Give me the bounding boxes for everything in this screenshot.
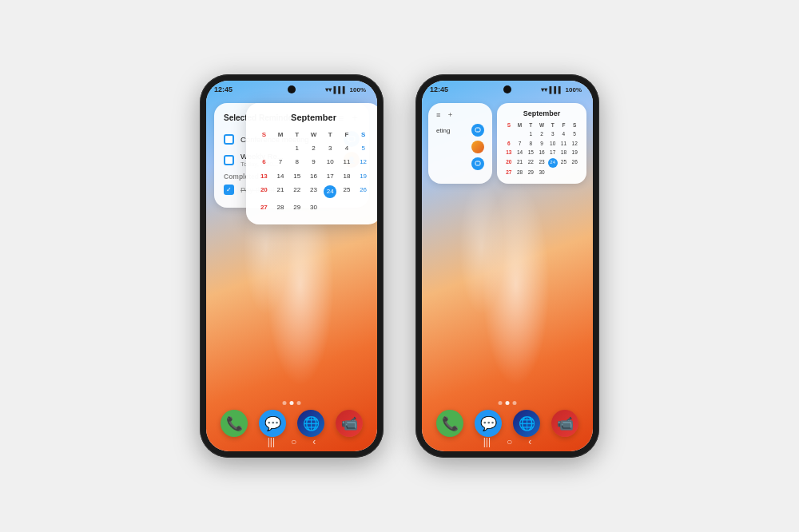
cal-week-4: 20 21 22 23 24 25 26 [256,184,372,200]
cal-s-week-2: 6 7 8 9 10 11 12 [503,140,580,148]
checkbox-completed-1[interactable]: ✓ [224,185,234,195]
cal-w5-6 [339,201,356,213]
checkbox-1[interactable] [224,134,234,145]
wifi-icon: ▾▾ [325,86,332,93]
compact-avatar-2 [471,141,484,153]
dot-1 [283,401,287,405]
signal-icon-r: ▌▌▌ [550,86,563,93]
dock-msg-right[interactable]: 💬 [475,410,502,437]
cal-w3-4[interactable]: 16 [305,170,322,182]
cal-week-2: 6 7 8 9 10 11 12 [256,156,372,168]
cal-w2-6[interactable]: 11 [339,156,356,168]
dock-video-right[interactable]: 📹 [551,410,578,437]
cal-w2-7[interactable]: 12 [355,156,372,168]
right-phone: 12:45 ▾▾ ▌▌▌ 100% ≡ ＋ eting [415,74,599,458]
calendar-grid: S M T W T F S 1 2 3 4 5 [256,129,372,213]
calendar-widget-right: September S M T W T F S 1 2 3 [497,103,586,184]
cal-w4-3[interactable]: 22 [288,184,305,200]
cal-w1-3[interactable]: 1 [288,142,305,154]
cal-w2-5[interactable]: 10 [322,156,339,168]
cal-w3-1[interactable]: 13 [256,170,272,182]
dot-2 [290,401,294,405]
compact-badge-1[interactable] [471,124,484,137]
nav-back-right[interactable]: ‹ [528,436,531,447]
r-dot-3 [513,401,517,405]
battery-icon-r: 100% [566,86,582,93]
svg-rect-1 [475,128,480,132]
nav-home-right[interactable]: ○ [507,436,512,447]
dock-browser-right[interactable]: 🌐 [513,410,540,437]
cal-s-week-5: 27 28 29 30 [503,169,580,177]
nav-home-left[interactable]: ○ [291,436,296,447]
cal-w5-7 [355,201,372,213]
calendar-month: September [256,113,372,122]
cal-header-wed: W [305,129,322,141]
cal-w5-5 [322,201,339,213]
battery-icon: 100% [350,86,366,93]
checkbox-2[interactable] [224,155,234,165]
compact-header-icons: ≡ ＋ [436,109,454,120]
cal-w2-3[interactable]: 8 [288,156,305,168]
compact-reminder-widget: ≡ ＋ eting [428,103,492,184]
cal-w4-6[interactable]: 25 [339,184,356,200]
dock-browser-left[interactable]: 🌐 [297,410,324,437]
cal-header-tue: T [288,129,305,141]
cal-header-mon: M [272,129,289,141]
cal-w3-3[interactable]: 15 [288,170,305,182]
cal-w1-1 [256,142,272,154]
dock-left: 📞 💬 🌐 📹 [221,410,363,437]
time-right: 12:45 [430,85,448,93]
cal-small-header: S M T W T F S [503,121,580,129]
nav-recent-left[interactable]: ||| [268,436,275,447]
right-widgets: ≡ ＋ eting [428,103,586,184]
cal-s-week-1: 1 2 3 4 5 [503,130,580,138]
cal-header-fri: F [339,129,356,141]
dock-msg-left[interactable]: 💬 [259,410,286,437]
cal-w5-2[interactable]: 28 [272,201,289,213]
dock-video-left[interactable]: 📹 [336,410,363,437]
cal-today[interactable]: 24 [322,184,339,200]
cal-w2-4[interactable]: 9 [305,156,322,168]
nav-bar-left: ||| ○ ‹ [268,436,316,447]
camera-hole-left [288,85,296,93]
cal-w4-4[interactable]: 23 [305,184,322,200]
cal-w3-7[interactable]: 19 [355,170,372,182]
cal-w3-2[interactable]: 14 [272,170,289,182]
compact-add-icon[interactable]: ＋ [447,109,454,120]
cal-w4-7[interactable]: 26 [355,184,372,200]
cal-w3-5[interactable]: 17 [322,170,339,182]
cal-w2-1[interactable]: 6 [256,156,272,168]
camera-hole-right [503,85,511,93]
nav-recent-right[interactable]: ||| [483,436,491,447]
wifi-icon-r: ▾▾ [541,86,547,93]
cal-header-sat: S [355,129,372,141]
dock-phone-right[interactable]: 📞 [436,410,463,437]
cal-w5-1[interactable]: 27 [256,201,272,213]
compact-text-1: eting [436,127,467,134]
left-phone: 12:45 ▾▾ ▌▌▌ 100% Selected Reminders ≡ ＋ [200,74,384,458]
cal-w5-4[interactable]: 30 [305,201,322,213]
status-icons-right: ▾▾ ▌▌▌ 100% [541,86,582,93]
compact-list-icon[interactable]: ≡ [436,111,440,119]
cal-w1-7[interactable]: 5 [355,142,372,154]
cal-w1-4[interactable]: 2 [305,142,322,154]
cal-s-week-3: 13 14 15 16 17 18 19 [503,149,580,157]
nav-back-left[interactable]: ‹ [312,436,316,447]
nav-bar-right: ||| ○ ‹ [483,436,532,447]
dock-phone-left[interactable]: 📞 [221,410,248,437]
cal-w2-2[interactable]: 7 [272,156,289,168]
cal-w1-6[interactable]: 4 [339,142,356,154]
cal-widget-month: September [503,109,580,117]
cal-w1-2 [272,142,289,154]
cal-header-row: S M T W T F S [256,129,372,141]
cal-header-sun: S [256,129,272,141]
r-dot-2 [506,401,510,405]
cal-header-thu: T [322,129,339,141]
cal-w5-3[interactable]: 29 [288,201,305,213]
cal-w4-1[interactable]: 20 [256,184,272,200]
cal-w3-6[interactable]: 18 [339,170,356,182]
cal-w4-2[interactable]: 21 [272,184,289,200]
time-left: 12:45 [214,85,233,93]
compact-badge-3[interactable] [471,157,484,170]
cal-w1-5[interactable]: 3 [322,142,339,154]
